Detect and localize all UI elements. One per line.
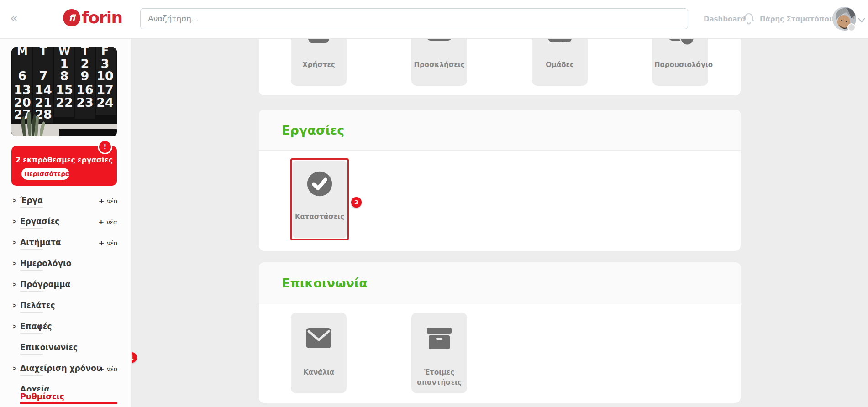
card-channels[interactable]: Κανάλια [291, 313, 347, 393]
sidebar-collapse-icon[interactable]: « [10, 11, 18, 26]
sidebar-item-projects[interactable]: > Έργα + νέο [0, 190, 131, 211]
dashboard-link[interactable]: Dashboard [704, 15, 745, 23]
calendar-image: M T W T F 1 2 3 6 7 8 9 10 13 14 [11, 47, 117, 136]
sidebar-item-schedule[interactable]: > Πρόγραμμα [0, 274, 131, 295]
card-invitations[interactable]: Προσκλήσεις [411, 38, 467, 86]
settings-underline [20, 402, 117, 404]
card-users[interactable]: Χρήστες [291, 38, 347, 86]
sidebar-item-label: Αιτήματα [20, 238, 61, 247]
chevron-right-icon: > [12, 281, 16, 288]
card-attendance[interactable]: Παρουσιολόγιο [652, 38, 708, 86]
settings-label: Ρυθμίσεις [20, 392, 64, 401]
sidebar-item-label: Διαχείριση χρόνου [20, 364, 101, 373]
menu-underline [20, 333, 43, 334]
section-tasks: Εργασίες Καταστάσεις 2 [259, 110, 741, 251]
card-statuses-highlight[interactable]: Καταστάσεις [290, 158, 349, 240]
card-label: Παρουσιολόγιο [654, 60, 706, 70]
card-canned-responses[interactable]: Έτοιμες απαντήσεις [411, 313, 467, 393]
svg-text:17: 17 [96, 83, 114, 97]
chevron-right-icon: > [12, 218, 16, 225]
sidebar-menu: > Έργα + νέο > Εργασίες + νέα > Αιτήματα… [0, 190, 131, 400]
menu-underline [20, 207, 43, 208]
section-header: Επικοινωνία [259, 262, 741, 304]
svg-text:15: 15 [56, 83, 73, 97]
attendance-icon [652, 38, 708, 45]
svg-text:9: 9 [81, 69, 89, 83]
sidebar-item-requests[interactable]: > Αιτήματα + νέο [0, 232, 131, 253]
section-header: Εργασίες [259, 110, 741, 151]
section-communication: Επικοινωνία Κανάλια Έτοιμες απαντήσεις [259, 262, 741, 403]
chevron-right-icon: > [12, 365, 16, 372]
svg-text:6: 6 [18, 69, 27, 83]
section-title: Εργασίες [282, 123, 344, 137]
exclamation-badge: ! [98, 140, 112, 154]
svg-text:T: T [81, 47, 89, 57]
sidebar-item-clients[interactable]: > Πελάτες [0, 295, 131, 316]
svg-text:22: 22 [56, 95, 73, 110]
search-input[interactable] [140, 8, 688, 29]
chevron-right-icon: > [12, 302, 16, 309]
svg-text:13: 13 [14, 83, 31, 97]
menu-underline [20, 228, 43, 229]
svg-text:24: 24 [96, 95, 114, 110]
sidebar-item-label: Εργασίες [20, 217, 59, 226]
chevron-right-icon: > [12, 197, 16, 204]
sidebar: M T W T F 1 2 3 6 7 8 9 10 13 14 [0, 38, 132, 407]
menu-underline [20, 270, 43, 271]
menu-underline [20, 354, 43, 355]
chevron-right-icon: > [12, 239, 16, 246]
forin-logo-text: forin [82, 9, 122, 26]
sidebar-item-label: Επικοινωνίες [20, 343, 78, 352]
overdue-alert-text: 2 εκπρόθεσμες εργασίες [11, 156, 117, 164]
card-label: Χρήστες [293, 60, 345, 70]
svg-text:16: 16 [76, 83, 94, 97]
menu-underline [20, 249, 43, 250]
card-groups[interactable]: Ομάδες [532, 38, 588, 86]
card-statuses[interactable]: Καταστάσεις [293, 161, 347, 238]
more-button[interactable]: Περισσότερα [21, 168, 69, 180]
new-time-entry-link[interactable]: + νέο [98, 365, 117, 373]
svg-text:M: M [17, 47, 28, 57]
groups-icon [532, 38, 588, 45]
svg-text:7: 7 [39, 69, 48, 83]
sidebar-item-time-management[interactable]: > Διαχείριση χρόνου + νέο [0, 358, 131, 379]
menu-underline [20, 291, 43, 292]
sidebar-item-label: Ημερολόγιο [20, 259, 71, 268]
new-task-link[interactable]: + νέα [98, 218, 117, 226]
user-menu-chevron-down-icon[interactable] [858, 16, 865, 22]
notifications-bell-icon[interactable] [742, 12, 755, 26]
chevron-right-icon: > [12, 260, 16, 267]
archive-box-icon [411, 324, 467, 353]
menu-underline [20, 312, 43, 313]
overdue-alert-card[interactable]: ! 2 εκπρόθεσμες εργασίες Περισσότερα [11, 146, 117, 186]
svg-text:F: F [101, 47, 109, 57]
sidebar-item-tasks[interactable]: > Εργασίες + νέα [0, 211, 131, 232]
new-project-link[interactable]: + νέο [98, 197, 117, 205]
svg-text:10: 10 [96, 69, 114, 83]
top-bar: « fi forin Dashboard Πάρης Σταματόπουλος [0, 0, 868, 39]
svg-text:23: 23 [76, 95, 94, 110]
sidebar-item-label: Έργα [20, 196, 43, 205]
forin-logo[interactable]: fi forin [63, 9, 122, 26]
card-label: Κανάλια [293, 367, 345, 377]
mail-icon [291, 324, 347, 353]
sidebar-item-label: Πρόγραμμα [20, 280, 70, 289]
svg-text:T: T [40, 47, 47, 57]
new-request-link[interactable]: + νέο [98, 239, 117, 247]
chevron-right-icon: > [12, 323, 16, 330]
card-label: Έτοιμες απαντήσεις [413, 367, 465, 387]
sidebar-item-label: Πελάτες [20, 301, 55, 310]
forin-logo-icon: fi [63, 9, 80, 26]
card-label: Καταστάσεις [294, 212, 346, 222]
svg-text:W: W [58, 47, 70, 57]
sidebar-item-calendar[interactable]: > Ημερολόγιο [0, 253, 131, 274]
card-label: Ομάδες [534, 60, 586, 70]
svg-text:8: 8 [60, 69, 69, 83]
sidebar-item-communications[interactable]: Επικοινωνίες [0, 337, 131, 358]
avatar-status-dot [847, 23, 856, 31]
sidebar-item-settings[interactable]: Ρυθμίσεις [0, 391, 131, 407]
app-screen: « fi forin Dashboard Πάρης Σταματόπουλος [0, 0, 868, 407]
sidebar-item-contacts[interactable]: > Επαφές [0, 316, 131, 337]
section-top: Χρήστες Προσκλήσεις Ομάδες [259, 38, 741, 95]
check-circle-icon [293, 171, 347, 197]
